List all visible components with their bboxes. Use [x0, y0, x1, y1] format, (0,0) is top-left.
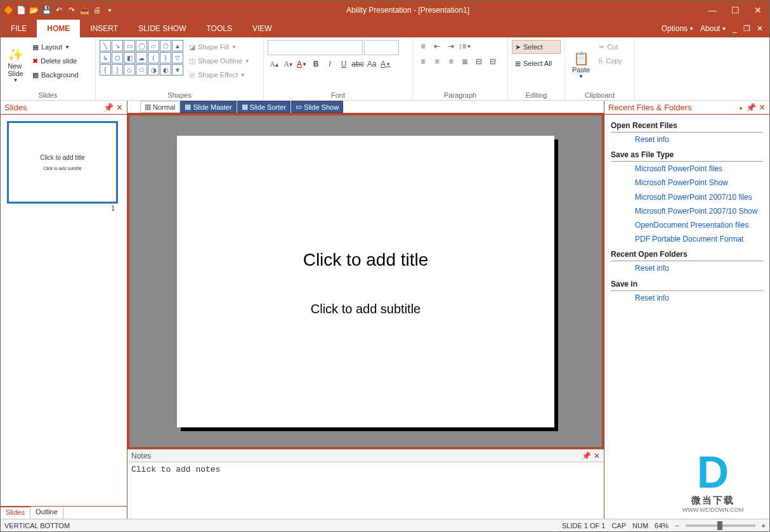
- options-menu[interactable]: Options▼: [659, 24, 696, 33]
- align-center-icon[interactable]: ≡: [431, 55, 443, 68]
- mdi-close-icon[interactable]: ✕: [754, 24, 766, 33]
- quick-access-toolbar: 🔶 📄 📂 💾 ↶ ↷ 📤 🖨 ▼: [1, 5, 115, 15]
- menubar: FILE HOME INSERT SLIDE SHOW TOOLS VIEW O…: [1, 20, 769, 37]
- cut-button[interactable]: ✂Cut: [596, 40, 625, 54]
- shape-outline-button[interactable]: ◫Shape Outline▼: [186, 54, 253, 68]
- background-button[interactable]: ▩Background: [29, 68, 82, 82]
- close-button[interactable]: ✕: [747, 1, 769, 20]
- font-family-combo[interactable]: [268, 40, 363, 55]
- reset-info-link-2[interactable]: Reset info: [611, 261, 763, 275]
- view-slide-show[interactable]: ▭Slide Show: [291, 101, 343, 113]
- editing-group-label: Editing: [512, 90, 561, 99]
- mdi-restore-icon[interactable]: ❐: [741, 24, 753, 33]
- decrease-indent-icon[interactable]: ⇤: [431, 40, 443, 53]
- slide-subtitle-placeholder[interactable]: Click to add subtitle: [311, 302, 421, 316]
- font-color-icon[interactable]: A▼: [296, 58, 308, 70]
- notes-close-icon[interactable]: ✕: [594, 451, 600, 460]
- filetype-pdf[interactable]: PDF Portable Document Format: [611, 232, 763, 246]
- outline-tab[interactable]: Outline: [30, 507, 63, 519]
- align-right-icon[interactable]: ≡: [445, 55, 457, 68]
- tab-tools[interactable]: TOOLS: [197, 20, 242, 37]
- copy-button[interactable]: ⎘Copy: [596, 54, 625, 68]
- strikethrough-icon[interactable]: abc: [351, 58, 364, 70]
- align-left-icon[interactable]: ≡: [417, 55, 429, 68]
- tab-file[interactable]: FILE: [1, 20, 37, 37]
- increase-indent-icon[interactable]: ⇥: [445, 40, 457, 53]
- recent-close-icon[interactable]: ✕: [759, 103, 766, 112]
- reset-info-link-3[interactable]: Reset info: [611, 291, 763, 305]
- maximize-button[interactable]: ☐: [724, 1, 747, 20]
- sorter-icon: ▦: [242, 103, 248, 111]
- qat-dropdown-icon[interactable]: ▼: [105, 5, 115, 15]
- line-spacing-icon[interactable]: ↕≡▼: [459, 40, 471, 53]
- slide-thumbnail-1[interactable]: Click to add title Click to add subtitle…: [7, 121, 118, 204]
- view-slide-master[interactable]: ▦Slide Master: [180, 101, 236, 113]
- grow-font-icon[interactable]: A▴: [268, 58, 280, 70]
- new-icon[interactable]: 📄: [16, 5, 26, 15]
- ribbon: ✨ New Slide▼ ▦Layout▼ ✖Delete slide ▩Bac…: [1, 37, 769, 101]
- view-normal[interactable]: ▥Normal: [140, 101, 179, 113]
- close-pane-icon[interactable]: ✕: [116, 103, 123, 112]
- pin-icon[interactable]: 📌: [103, 103, 114, 112]
- shape-fill-button[interactable]: ◪Shape Fill▼: [186, 40, 253, 54]
- tab-view[interactable]: VIEW: [242, 20, 282, 37]
- italic-icon[interactable]: I: [323, 58, 336, 70]
- mdi-minimize-icon[interactable]: _: [730, 24, 740, 33]
- layout-button[interactable]: ▦Layout▼: [29, 40, 82, 54]
- notes-pin-icon[interactable]: 📌: [582, 451, 591, 460]
- filetype-pptx[interactable]: Microsoft PowerPoint 2007/10 files: [611, 190, 763, 204]
- reset-info-link-1[interactable]: Reset info: [611, 133, 763, 146]
- slide-title-placeholder[interactable]: Click to add title: [303, 250, 429, 270]
- filetype-ppt[interactable]: Microsoft PowerPoint files: [611, 162, 763, 176]
- recent-dropdown-icon[interactable]: ▼: [738, 103, 743, 112]
- notes-textarea[interactable]: Click to add notes: [127, 462, 604, 519]
- print-icon[interactable]: 🖨: [92, 5, 102, 15]
- about-menu[interactable]: About▼: [698, 24, 729, 33]
- recent-pin-icon[interactable]: 📌: [746, 103, 756, 112]
- delete-slide-button[interactable]: ✖Delete slide: [29, 54, 82, 68]
- justify-icon[interactable]: ≣: [459, 55, 471, 68]
- text-align-top-icon[interactable]: ⊟: [473, 55, 485, 68]
- minimize-button[interactable]: —: [701, 1, 724, 20]
- tab-home[interactable]: HOME: [37, 20, 80, 37]
- bullets-icon[interactable]: ≡: [417, 40, 429, 53]
- filetype-odp[interactable]: OpenDocument Presentation files: [611, 218, 763, 232]
- tab-slideshow[interactable]: SLIDE SHOW: [128, 20, 196, 37]
- tab-insert[interactable]: INSERT: [80, 20, 128, 37]
- open-icon[interactable]: 📂: [29, 5, 39, 15]
- redo-icon[interactable]: ↷: [67, 5, 77, 15]
- filetype-ppsx[interactable]: Microsoft PowerPoint 2007/10 Show: [611, 204, 763, 218]
- save-icon[interactable]: 💾: [41, 5, 51, 15]
- slide-canvas-area[interactable]: Click to add title Click to add subtitle: [127, 114, 604, 449]
- zoom-in-button[interactable]: +: [762, 522, 766, 529]
- filetype-pps[interactable]: Microsoft PowerPoint Show: [611, 176, 763, 190]
- view-slide-sorter[interactable]: ▦Slide Sorter: [237, 101, 290, 113]
- zoom-slider[interactable]: [686, 524, 755, 527]
- undo-icon[interactable]: ↶: [54, 5, 64, 15]
- save-in-heading: Save in: [611, 276, 763, 291]
- font-size-combo[interactable]: [364, 40, 399, 55]
- select-button[interactable]: ➤Select: [512, 40, 561, 54]
- export-icon[interactable]: 📤: [79, 5, 89, 15]
- shapes-gallery[interactable]: ╲↘▭◯▱⬠▲ ↳⬡◧☁()▽ {}◇⬭◑◐▼: [100, 40, 183, 90]
- recent-pane-header: Recent Files & Folders ▼ 📌 ✕: [604, 101, 769, 115]
- shrink-font-icon[interactable]: A▾: [282, 58, 294, 70]
- shape-effect-button[interactable]: ◎Shape Effect▼: [186, 68, 253, 82]
- slides-tab[interactable]: Slides: [1, 507, 30, 519]
- center-area: ▥Normal ▦Slide Master ▦Slide Sorter ▭Sli…: [127, 101, 604, 519]
- select-all-button[interactable]: ⊞Select All: [512, 56, 561, 70]
- workspace: Slides 📌 ✕ Click to add title Click to a…: [1, 101, 769, 519]
- zoom-out-button[interactable]: −: [675, 522, 679, 529]
- watermark-logo-icon: D: [675, 450, 751, 495]
- bold-icon[interactable]: B: [310, 58, 322, 70]
- underline-icon[interactable]: U: [337, 58, 350, 70]
- paste-button[interactable]: 📋 Paste▼: [569, 40, 593, 90]
- change-case-icon[interactable]: Aa: [365, 58, 378, 70]
- normal-view-icon: ▥: [145, 103, 151, 111]
- highlight-icon[interactable]: A▼: [379, 58, 392, 70]
- select-all-icon: ⊞: [515, 60, 521, 68]
- status-zoom: 64%: [655, 522, 669, 529]
- text-align-bottom-icon[interactable]: ⊟: [486, 55, 499, 68]
- slide-canvas[interactable]: Click to add title Click to add subtitle: [177, 136, 554, 427]
- new-slide-button[interactable]: ✨ New Slide▼: [4, 40, 27, 90]
